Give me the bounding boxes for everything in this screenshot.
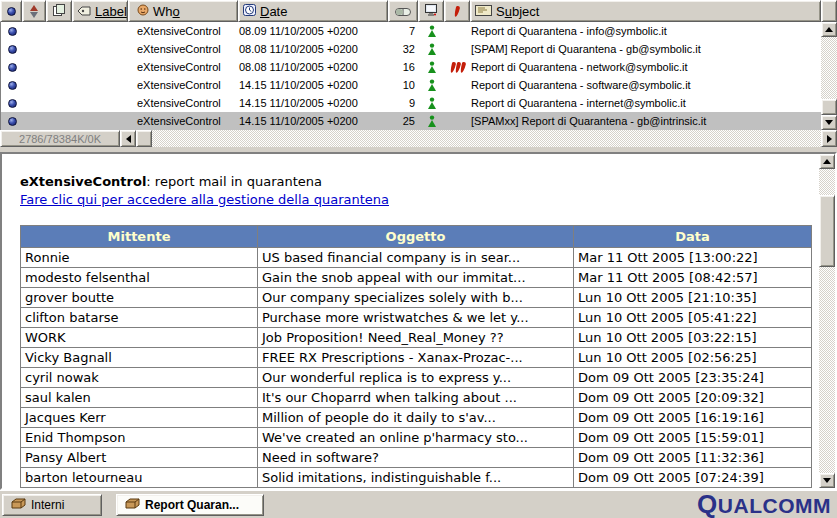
quarantine-row: Jacques KerrMillion of people do it dail… — [21, 408, 812, 428]
scroll-track[interactable] — [819, 169, 835, 473]
cell-data — [574, 488, 812, 489]
mail-size: 10 — [389, 79, 419, 91]
quarantine-row: cyril nowakOur wonderful replica is to e… — [21, 368, 812, 388]
message-row[interactable]: eXtensiveControl 08.08 11/10/2005 +0200 … — [1, 58, 821, 76]
mailbox-list-pane: Label Who Date — [0, 0, 837, 147]
documents-icon — [53, 4, 66, 19]
mail-subject: [SPAM] Report di Quarantena - gb@symboli… — [471, 43, 821, 55]
cell-data: Dom 09 Ott 2005 [20:09:32] — [574, 388, 812, 408]
quarantine-row: Enid ThompsonWe've created an online p'h… — [21, 428, 812, 448]
server-status-icon — [419, 79, 445, 92]
message-row-selected[interactable]: eXtensiveControl 14.15 11/10/2005 +0200 … — [1, 112, 821, 130]
server-status-icon — [419, 43, 445, 56]
column-header-label[interactable]: Label — [72, 0, 128, 22]
scroll-up-button[interactable] — [819, 154, 835, 169]
unread-dot-icon — [8, 63, 17, 72]
mail-who: eXtensiveControl — [129, 97, 239, 109]
cell-mittente: Jacques Kerr — [21, 408, 258, 428]
column-header-date[interactable]: Date — [238, 0, 388, 22]
mailbox-size-button[interactable]: 2786/78384K/0K — [0, 130, 120, 147]
cell-oggetto: FREE RX Prescriptions - Xanax-Prozac-... — [258, 348, 574, 368]
list-status-row: 2786/78384K/0K — [0, 130, 837, 147]
quarantine-row: Pansy AlbertNeed in software?Dom 09 Ott … — [21, 448, 812, 468]
cell-data: Dom 09 Ott 2005 [07:24:39] — [574, 468, 812, 488]
tab-label: Report Quaran... — [145, 498, 239, 512]
tab-interni[interactable]: Interni — [2, 494, 102, 516]
unread-dot-icon — [8, 117, 17, 126]
mail-size: 25 — [389, 115, 419, 127]
hscroll-thumb[interactable] — [136, 130, 152, 147]
column-header-attachment[interactable] — [46, 0, 72, 22]
message-body: eXtensiveControl: report mail in quarant… — [2, 154, 819, 488]
scroll-down-button[interactable] — [821, 115, 837, 130]
mail-size: 16 — [389, 61, 419, 73]
server-status-icon — [419, 61, 445, 74]
cell-data: Lun 10 Ott 2005 [21:10:35] — [574, 288, 812, 308]
hscroll-track[interactable] — [152, 130, 821, 147]
message-preview-pane: eXtensiveControl: report mail in quarant… — [0, 152, 837, 490]
cell-oggetto: It's our Choparrd when talking about ... — [258, 388, 574, 408]
mailbox-tray-icon — [11, 498, 26, 512]
cell-data: Lun 10 Ott 2005 [05:41:22] — [574, 308, 812, 328]
mail-who: eXtensiveControl — [129, 115, 239, 127]
column-header-status[interactable] — [0, 0, 22, 22]
cell-mittente: Ronnie — [21, 248, 258, 268]
scroll-thumb[interactable] — [819, 195, 835, 267]
cell-data: Dom 09 Ott 2005 [23:35:24] — [574, 368, 812, 388]
unread-dot-icon — [8, 99, 17, 108]
quarantine-row: grover boutteOur company specializes sol… — [21, 288, 812, 308]
column-header-who[interactable]: Who — [128, 0, 238, 22]
unread-dot-icon — [8, 27, 17, 36]
scroll-thumb[interactable] — [821, 99, 837, 115]
cell-oggetto: We've created an online p'harmacy sto... — [258, 428, 574, 448]
intro-app-name: eXtensiveControl — [20, 174, 146, 189]
cell-oggetto: Our company specializes solely with b... — [258, 288, 574, 308]
server-status-icon — [419, 115, 445, 128]
column-subject-text: Subject — [496, 4, 539, 19]
intro-text: : report mail in quarantena — [146, 174, 322, 189]
quarantine-row: WORKJob Proposition! Need_Real_Money ??L… — [21, 328, 812, 348]
mail-date: 08.08 11/10/2005 +0200 — [239, 61, 389, 73]
message-vertical-scrollbar[interactable] — [819, 154, 835, 488]
message-list: eXtensiveControl 08.09 11/10/2005 +0200 … — [0, 22, 821, 130]
cell-mittente: modesto felsenthal — [21, 268, 258, 288]
quarantine-link[interactable]: Fare clic qui per accedere alla gestione… — [20, 192, 389, 207]
scroll-right-button[interactable] — [821, 130, 837, 147]
scroll-down-button[interactable] — [819, 473, 835, 488]
quarantine-row: barton letourneauSolid imitations, indis… — [21, 468, 812, 488]
column-header-priority[interactable] — [22, 0, 46, 22]
scroll-up-button[interactable] — [821, 22, 837, 37]
column-header-mood[interactable] — [444, 0, 470, 22]
column-header-server[interactable] — [418, 0, 444, 22]
cell-mittente — [21, 488, 258, 489]
mail-who: eXtensiveControl — [129, 79, 239, 91]
cell-oggetto: Solid imitations, indistinguishable f... — [258, 468, 574, 488]
cell-oggetto — [258, 488, 574, 489]
tab-report-quarantena[interactable]: Report Quaran... — [116, 494, 264, 516]
list-vertical-scrollbar[interactable] — [821, 22, 837, 130]
cell-oggetto: Purchase more wristwatches & we let y... — [258, 308, 574, 328]
scroll-left-button[interactable] — [120, 130, 136, 147]
mail-date: 14.15 11/10/2005 +0200 — [239, 115, 389, 127]
mail-date: 08.09 11/10/2005 +0200 — [239, 25, 389, 37]
scroll-track[interactable] — [821, 37, 837, 115]
message-row[interactable]: eXtensiveControl 14.15 11/10/2005 +0200 … — [1, 94, 821, 112]
mail-subject: Report di Quarantena - software@symbolic… — [471, 79, 821, 91]
column-who-text: Who — [153, 4, 180, 19]
cell-mittente: Enid Thompson — [21, 428, 258, 448]
message-row[interactable]: eXtensiveControl 08.09 11/10/2005 +0200 … — [1, 22, 821, 40]
column-header-size[interactable] — [388, 0, 418, 22]
mail-size: 9 — [389, 97, 419, 109]
quarantine-table: Mittente Oggetto Data RonnieUS based fin… — [20, 225, 812, 488]
unread-dot-icon — [8, 45, 17, 54]
monitor-icon — [424, 4, 438, 19]
mail-who: eXtensiveControl — [129, 61, 239, 73]
message-row[interactable]: eXtensiveControl 14.15 11/10/2005 +0200 … — [1, 76, 821, 94]
cell-data: Lun 10 Ott 2005 [03:22:15] — [574, 328, 812, 348]
envelope-icon — [475, 4, 492, 19]
moodwatch-chilis-icon — [445, 62, 471, 73]
blue-dot-icon — [7, 7, 16, 16]
cell-mittente: WORK — [21, 328, 258, 348]
column-header-subject[interactable]: Subject — [470, 0, 821, 22]
message-row[interactable]: eXtensiveControl 08.08 11/10/2005 +0200 … — [1, 40, 821, 58]
